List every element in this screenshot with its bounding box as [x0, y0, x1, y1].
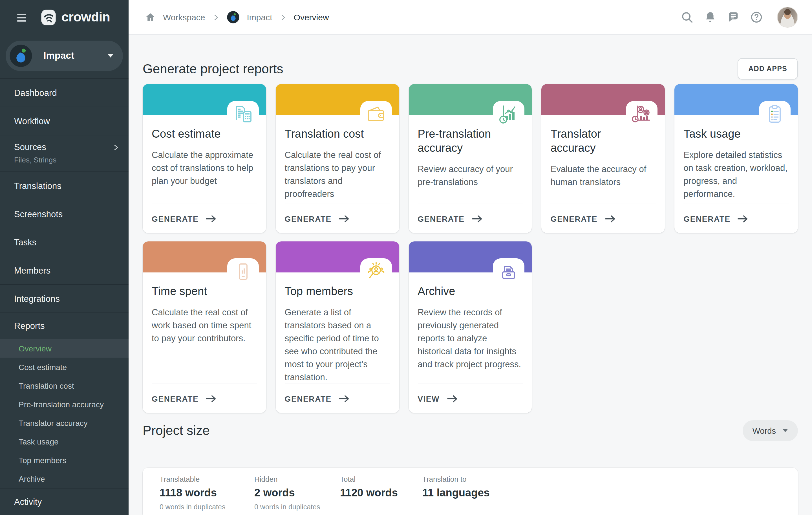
generate-link[interactable]: GENERATE [285, 383, 390, 413]
sidebar-subitem-label: Translator accuracy [19, 418, 88, 427]
card-title: Translator accuracy [551, 127, 656, 155]
stat-value: 1120 words [340, 487, 414, 499]
sidebar-item-label: Reports [14, 321, 45, 331]
action-label: GENERATE [152, 214, 199, 223]
arrow-right-icon [339, 214, 350, 223]
sidebar-item-label: Tasks [14, 237, 36, 248]
report-cards: Cost estimate Calculate the approximate … [143, 84, 798, 413]
generate-link[interactable]: GENERATE [684, 204, 789, 233]
action-label: GENERATE [152, 394, 199, 403]
card-description: Calculate the approximate cost of transl… [152, 148, 257, 187]
card-description: Evaluate the accuracy of human translato… [551, 163, 656, 189]
breadcrumb-project[interactable]: Impact [247, 12, 272, 22]
generate-link[interactable]: GENERATE [551, 204, 656, 233]
unit-selector[interactable]: Words [743, 420, 798, 441]
user-avatar[interactable] [777, 7, 798, 28]
member-search-icon [365, 261, 387, 283]
card-banner [143, 84, 266, 115]
brand-name: crowdin [61, 9, 110, 26]
sidebar-subitem-top-members[interactable]: Top members [0, 451, 128, 469]
sidebar-subitem-task-usage[interactable]: Task usage [0, 432, 128, 451]
sidebar-subitem-cost-estimate[interactable]: Cost estimate [0, 357, 128, 376]
sidebar-subitem-label: Task usage [19, 437, 59, 446]
archive-box-icon [498, 261, 520, 283]
card-title: Pre-translation accuracy [417, 127, 523, 155]
card-description: Explore detailed statistics on task crea… [684, 148, 789, 200]
project-selector-wrap: Impact [0, 35, 128, 78]
sidebar-subitem-label: Translation cost [19, 381, 74, 390]
action-label: GENERATE [417, 214, 464, 223]
sidebar-item-label: Workflow [14, 116, 50, 126]
sidebar-subitem-translation-cost[interactable]: Translation cost [0, 376, 128, 395]
sidebar-subitem-pre-translation-accuracy[interactable]: Pre-translation accuracy [0, 395, 128, 413]
sidebar-subitem-label: Top members [19, 456, 66, 464]
menu-icon[interactable] [16, 11, 28, 23]
clipboard-tasks-icon [763, 103, 786, 126]
stat-translatable: Translatable 1118 words 0 words in dupli… [152, 475, 246, 511]
action-label: GENERATE [684, 214, 730, 223]
sidebar-item-sublabel: Files, Strings [14, 156, 120, 164]
sidebar-item-translations[interactable]: Translations [0, 172, 128, 200]
sidebar-item-screenshots[interactable]: Screenshots [0, 200, 128, 228]
section-title: Project size [143, 423, 210, 438]
sidebar-item-dashboard[interactable]: Dashboard [0, 79, 128, 107]
card-top-members: Top members Generate a list of translato… [276, 241, 399, 413]
stat-note: 0 words in duplicates [254, 503, 332, 511]
sidebar-subitem-overview[interactable]: Overview [0, 339, 128, 357]
sidebar: crowdin Impact Dashboard Workflow Source… [0, 0, 128, 515]
card-description: Generate a list of translators based on … [285, 306, 390, 383]
sidebar-item-members[interactable]: Members [0, 257, 128, 285]
generate-link[interactable]: GENERATE [152, 204, 257, 233]
breadcrumb-workspace[interactable]: Workspace [163, 12, 205, 22]
sidebar-item-label: Members [14, 265, 51, 276]
stat-label: Hidden [254, 475, 332, 483]
sidebar-item-label: Translations [14, 181, 61, 191]
stat-value: 2 words [254, 487, 332, 499]
sidebar-item-integrations[interactable]: Integrations [0, 285, 128, 313]
sidebar-item-workflow[interactable]: Workflow [0, 107, 128, 135]
invoice-calculator-icon [232, 103, 254, 126]
stat-total: Total 1120 words [332, 475, 414, 511]
sidebar-item-sources[interactable]: Sources Files, Strings [0, 135, 128, 172]
search-icon[interactable] [680, 11, 694, 24]
card-title: Top members [285, 284, 390, 298]
stat-label: Translation to [422, 475, 490, 483]
chevron-down-icon [107, 54, 114, 58]
card-banner [674, 84, 798, 115]
notifications-bell-icon[interactable] [704, 11, 717, 24]
wallet-icon [365, 103, 387, 126]
card-description: Review the records of previously generat… [417, 306, 523, 371]
messages-icon[interactable] [727, 11, 740, 24]
main-column: Workspace Impact Overview [128, 0, 812, 515]
sidebar-subitem-label: Pre-translation accuracy [19, 400, 104, 409]
sidebar-item-activity[interactable]: Activity [0, 488, 128, 515]
card-title: Translation cost [285, 127, 390, 141]
sidebar-item-label: Integrations [14, 294, 60, 304]
sidebar-subitem-archive[interactable]: Archive [0, 469, 128, 488]
view-link[interactable]: VIEW [417, 383, 523, 413]
project-selector[interactable]: Impact [6, 40, 123, 71]
card-pre-translation-accuracy: Pre-translation accuracy Review accuracy… [409, 84, 532, 233]
card-task-usage: Task usage Explore detailed statistics o… [674, 84, 798, 233]
generate-link[interactable]: GENERATE [152, 383, 257, 413]
page-title: Generate project reports [143, 61, 283, 77]
sidebar-item-label: Dashboard [14, 88, 57, 98]
project-avatar-icon[interactable] [227, 11, 240, 24]
card-banner [409, 241, 532, 273]
crowdin-logo[interactable]: crowdin [40, 9, 110, 26]
project-size-stats: Translatable 1118 words 0 words in dupli… [143, 468, 798, 515]
home-icon[interactable] [145, 12, 156, 23]
sidebar-item-tasks[interactable]: Tasks [0, 228, 128, 257]
stat-value: 11 languages [422, 487, 490, 499]
generate-link[interactable]: GENERATE [417, 204, 523, 233]
generate-link[interactable]: GENERATE [285, 204, 390, 233]
topbar: Workspace Impact Overview [128, 0, 812, 35]
help-icon[interactable] [750, 11, 763, 24]
action-label: VIEW [417, 394, 439, 403]
sidebar-subitem-translator-accuracy[interactable]: Translator accuracy [0, 413, 128, 432]
add-apps-button[interactable]: ADD APPS [737, 58, 798, 80]
sidebar-item-reports[interactable]: Reports [0, 313, 128, 339]
sidebar-item-label: Activity [14, 497, 42, 507]
crowdin-mark-icon [40, 9, 56, 26]
breadcrumb-current: Overview [294, 12, 329, 22]
